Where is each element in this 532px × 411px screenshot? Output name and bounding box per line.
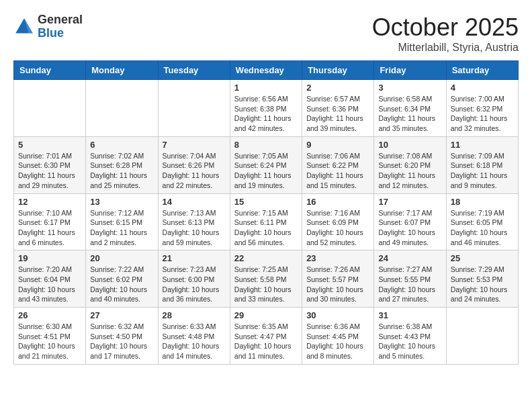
weekday-header-saturday: Saturday <box>446 61 518 80</box>
day-number: 24 <box>378 253 441 263</box>
calendar-cell: 6Sunrise: 7:02 AM Sunset: 6:28 PM Daylig… <box>86 136 158 193</box>
weekday-header-monday: Monday <box>86 61 158 80</box>
calendar-cell: 12Sunrise: 7:10 AM Sunset: 6:17 PM Dayli… <box>14 193 86 250</box>
calendar-cell: 30Sunrise: 6:36 AM Sunset: 4:45 PM Dayli… <box>302 308 374 365</box>
day-info: Sunrise: 7:17 AM Sunset: 6:07 PM Dayligh… <box>378 208 441 248</box>
day-info: Sunrise: 7:02 AM Sunset: 6:28 PM Dayligh… <box>90 151 153 191</box>
calendar-cell <box>14 80 86 137</box>
logo-icon <box>13 16 35 38</box>
day-number: 4 <box>451 83 514 93</box>
day-number: 27 <box>90 310 153 320</box>
day-info: Sunrise: 7:08 AM Sunset: 6:20 PM Dayligh… <box>378 151 441 191</box>
day-info: Sunrise: 7:29 AM Sunset: 5:53 PM Dayligh… <box>451 265 514 304</box>
day-info: Sunrise: 7:12 AM Sunset: 6:15 PM Dayligh… <box>90 208 153 248</box>
calendar-cell: 2Sunrise: 6:57 AM Sunset: 6:36 PM Daylig… <box>302 80 374 137</box>
calendar-cell: 27Sunrise: 6:32 AM Sunset: 4:50 PM Dayli… <box>86 308 158 365</box>
day-info: Sunrise: 7:13 AM Sunset: 6:13 PM Dayligh… <box>163 208 226 248</box>
day-number: 25 <box>451 253 514 263</box>
weekday-header-friday: Friday <box>374 61 446 80</box>
day-number: 5 <box>18 140 81 150</box>
day-number: 17 <box>378 197 441 207</box>
calendar-cell: 1Sunrise: 6:56 AM Sunset: 6:38 PM Daylig… <box>230 80 302 137</box>
calendar-cell: 18Sunrise: 7:19 AM Sunset: 6:05 PM Dayli… <box>446 193 518 250</box>
calendar-week-row: 5Sunrise: 7:01 AM Sunset: 6:30 PM Daylig… <box>14 136 519 193</box>
day-info: Sunrise: 7:10 AM Sunset: 6:17 PM Dayligh… <box>18 208 81 248</box>
calendar-week-row: 19Sunrise: 7:20 AM Sunset: 6:04 PM Dayli… <box>14 250 519 308</box>
day-info: Sunrise: 7:01 AM Sunset: 6:30 PM Dayligh… <box>18 151 81 191</box>
weekday-header-thursday: Thursday <box>302 61 374 80</box>
day-info: Sunrise: 6:33 AM Sunset: 4:48 PM Dayligh… <box>163 322 226 361</box>
day-info: Sunrise: 6:58 AM Sunset: 6:34 PM Dayligh… <box>378 94 441 134</box>
calendar-cell: 24Sunrise: 7:27 AM Sunset: 5:55 PM Dayli… <box>374 250 446 308</box>
calendar-cell: 7Sunrise: 7:04 AM Sunset: 6:26 PM Daylig… <box>158 136 230 193</box>
day-number: 29 <box>234 310 298 320</box>
day-number: 31 <box>378 310 441 320</box>
title-area: October 2025 Mitterlabill, Styria, Austr… <box>372 13 519 54</box>
calendar-cell: 25Sunrise: 7:29 AM Sunset: 5:53 PM Dayli… <box>446 250 518 308</box>
day-info: Sunrise: 6:36 AM Sunset: 4:45 PM Dayligh… <box>306 322 369 361</box>
day-info: Sunrise: 7:26 AM Sunset: 5:57 PM Dayligh… <box>306 265 369 304</box>
day-number: 23 <box>306 253 369 263</box>
day-info: Sunrise: 7:15 AM Sunset: 6:11 PM Dayligh… <box>234 208 298 248</box>
day-info: Sunrise: 7:19 AM Sunset: 6:05 PM Dayligh… <box>451 208 514 248</box>
calendar-cell: 21Sunrise: 7:23 AM Sunset: 6:00 PM Dayli… <box>158 250 230 308</box>
calendar-cell: 8Sunrise: 7:05 AM Sunset: 6:24 PM Daylig… <box>230 136 302 193</box>
day-number: 11 <box>451 140 514 150</box>
day-info: Sunrise: 7:20 AM Sunset: 6:04 PM Dayligh… <box>18 265 81 304</box>
day-number: 26 <box>18 310 81 320</box>
weekday-header-sunday: Sunday <box>14 61 86 80</box>
calendar-cell: 11Sunrise: 7:09 AM Sunset: 6:18 PM Dayli… <box>446 136 518 193</box>
day-number: 3 <box>378 83 441 93</box>
day-number: 6 <box>90 140 153 150</box>
calendar-cell: 15Sunrise: 7:15 AM Sunset: 6:11 PM Dayli… <box>230 193 302 250</box>
calendar-cell: 28Sunrise: 6:33 AM Sunset: 4:48 PM Dayli… <box>158 308 230 365</box>
day-number: 13 <box>90 197 153 207</box>
logo: General Blue <box>13 13 83 40</box>
calendar-cell: 9Sunrise: 7:06 AM Sunset: 6:22 PM Daylig… <box>302 136 374 193</box>
calendar-cell: 13Sunrise: 7:12 AM Sunset: 6:15 PM Dayli… <box>86 193 158 250</box>
logo-blue-text: Blue <box>38 26 64 40</box>
calendar-week-row: 12Sunrise: 7:10 AM Sunset: 6:17 PM Dayli… <box>14 193 519 250</box>
calendar-cell: 23Sunrise: 7:26 AM Sunset: 5:57 PM Dayli… <box>302 250 374 308</box>
day-number: 14 <box>163 197 226 207</box>
calendar-cell: 19Sunrise: 7:20 AM Sunset: 6:04 PM Dayli… <box>14 250 86 308</box>
calendar-cell <box>446 308 518 365</box>
day-number: 30 <box>306 310 369 320</box>
day-number: 20 <box>90 253 153 263</box>
day-number: 18 <box>451 197 514 207</box>
weekday-header-wednesday: Wednesday <box>230 61 302 80</box>
day-info: Sunrise: 7:09 AM Sunset: 6:18 PM Dayligh… <box>451 151 514 191</box>
day-number: 7 <box>163 140 226 150</box>
day-info: Sunrise: 7:00 AM Sunset: 6:32 PM Dayligh… <box>451 94 514 134</box>
day-number: 9 <box>306 140 369 150</box>
calendar-week-row: 1Sunrise: 6:56 AM Sunset: 6:38 PM Daylig… <box>14 80 519 137</box>
day-number: 12 <box>18 197 81 207</box>
day-info: Sunrise: 7:06 AM Sunset: 6:22 PM Dayligh… <box>306 151 369 191</box>
day-number: 21 <box>163 253 226 263</box>
page-header: General Blue October 2025 Mitterlabill, … <box>13 13 519 54</box>
day-info: Sunrise: 7:04 AM Sunset: 6:26 PM Dayligh… <box>163 151 226 191</box>
calendar-cell: 29Sunrise: 6:35 AM Sunset: 4:47 PM Dayli… <box>230 308 302 365</box>
day-number: 15 <box>234 197 298 207</box>
calendar-cell: 20Sunrise: 7:22 AM Sunset: 6:02 PM Dayli… <box>86 250 158 308</box>
day-number: 28 <box>163 310 226 320</box>
day-number: 10 <box>378 140 441 150</box>
day-info: Sunrise: 6:30 AM Sunset: 4:51 PM Dayligh… <box>18 322 81 361</box>
day-info: Sunrise: 7:05 AM Sunset: 6:24 PM Dayligh… <box>234 151 298 191</box>
day-info: Sunrise: 6:56 AM Sunset: 6:38 PM Dayligh… <box>234 94 298 134</box>
calendar-cell <box>158 80 230 137</box>
day-info: Sunrise: 7:22 AM Sunset: 6:02 PM Dayligh… <box>90 265 153 304</box>
calendar-cell: 5Sunrise: 7:01 AM Sunset: 6:30 PM Daylig… <box>14 136 86 193</box>
day-number: 8 <box>234 140 298 150</box>
day-number: 1 <box>234 83 298 93</box>
month-title: October 2025 <box>372 13 519 42</box>
day-info: Sunrise: 6:32 AM Sunset: 4:50 PM Dayligh… <box>90 322 153 361</box>
day-info: Sunrise: 7:23 AM Sunset: 6:00 PM Dayligh… <box>163 265 226 304</box>
calendar-cell: 31Sunrise: 6:38 AM Sunset: 4:43 PM Dayli… <box>374 308 446 365</box>
day-number: 22 <box>234 253 298 263</box>
logo-general-text: General <box>38 13 83 26</box>
day-info: Sunrise: 6:57 AM Sunset: 6:36 PM Dayligh… <box>306 94 369 134</box>
weekday-header-row: SundayMondayTuesdayWednesdayThursdayFrid… <box>14 61 519 80</box>
calendar-cell: 10Sunrise: 7:08 AM Sunset: 6:20 PM Dayli… <box>374 136 446 193</box>
location-subtitle: Mitterlabill, Styria, Austria <box>372 42 519 54</box>
